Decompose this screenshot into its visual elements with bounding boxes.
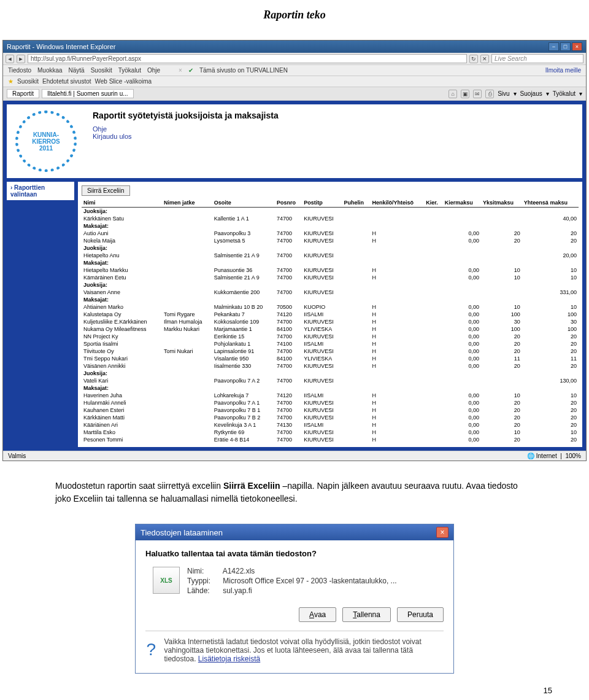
forward-icon[interactable]: ► bbox=[17, 55, 25, 63]
table-cell: 20 bbox=[522, 237, 579, 244]
star-icon[interactable]: ★ bbox=[8, 78, 13, 85]
table-cell: KIURUVESI bbox=[302, 333, 342, 340]
sidebar: › Raporttien valintaan bbox=[7, 182, 74, 447]
risk-link[interactable]: Lisätietoja riskeistä bbox=[198, 655, 260, 663]
cancel-button[interactable]: Peruuta bbox=[397, 607, 444, 622]
open-button[interactable]: Avaa bbox=[299, 607, 336, 622]
table-cell: Nokela Maija bbox=[82, 237, 162, 244]
table-cell: 40,00 bbox=[522, 215, 579, 222]
column-header: Yhteensä maksu bbox=[522, 198, 579, 208]
table-cell bbox=[424, 406, 442, 414]
search-input[interactable]: Live Search bbox=[491, 54, 583, 63]
menu-bar: Tiedosto Muokkaa Näytä Suosikit Työkalut… bbox=[3, 65, 586, 76]
tab-raportit[interactable]: Raportit bbox=[7, 89, 39, 98]
table-cell: KIURUVESI bbox=[302, 318, 342, 325]
close-button[interactable]: × bbox=[572, 42, 582, 51]
table-cell bbox=[342, 325, 370, 333]
minimize-button[interactable]: − bbox=[549, 42, 559, 51]
fav-webslice[interactable]: Web Slice -valikoima bbox=[95, 78, 152, 85]
table-cell: H bbox=[370, 414, 424, 421]
tools-menu[interactable]: Työkalut bbox=[553, 90, 576, 97]
export-excel-button[interactable]: Siirrä Exceliin bbox=[82, 185, 130, 196]
table-cell bbox=[342, 311, 370, 318]
table-cell: Kallentie 1 A 1 bbox=[212, 215, 275, 222]
table-row: Hietapelto AnuSalmisentie 21 A 974700KIU… bbox=[82, 252, 579, 259]
table-row: Vaisanen AnneKukkomäentie 20074700KIURUV… bbox=[82, 289, 579, 296]
table-cell bbox=[424, 348, 442, 355]
logout-link[interactable]: Kirjaudu ulos bbox=[93, 133, 279, 140]
table-cell: H bbox=[370, 333, 424, 340]
mail-icon[interactable]: ✉ bbox=[473, 90, 482, 98]
table-cell bbox=[424, 318, 442, 325]
table-cell: 20 bbox=[481, 421, 522, 429]
table-cell: 0,00 bbox=[443, 237, 481, 244]
menu-favorites[interactable]: Suosikit bbox=[91, 67, 112, 74]
table-cell: Paavonpolku 7 A 2 bbox=[212, 377, 275, 384]
report-link[interactable]: Ilmoita meille bbox=[545, 67, 581, 74]
table-cell: 20 bbox=[481, 237, 522, 244]
back-icon[interactable]: ◄ bbox=[6, 55, 14, 63]
menu-tools[interactable]: Työkalut bbox=[118, 67, 141, 74]
refresh-icon[interactable]: ↻ bbox=[469, 55, 478, 63]
table-cell: 11 bbox=[522, 355, 579, 362]
table-cell: KIURUVESI bbox=[302, 406, 342, 414]
table-cell: YLIVIESKA bbox=[302, 325, 342, 333]
table-cell bbox=[424, 362, 442, 370]
print-icon[interactable]: ⎙ bbox=[485, 90, 494, 98]
table-cell: 0,00 bbox=[443, 414, 481, 421]
safety-menu[interactable]: Suojaus bbox=[520, 90, 542, 97]
table-cell: Paavonpolku 7 A 1 bbox=[212, 399, 275, 406]
table-cell: 20 bbox=[522, 421, 579, 429]
table-cell: Salmisentie 21 A 9 bbox=[212, 252, 275, 259]
label-name: Nimi: bbox=[187, 567, 221, 575]
table-cell bbox=[162, 303, 212, 311]
table-cell bbox=[342, 421, 370, 429]
dialog-close-button[interactable]: × bbox=[436, 527, 448, 538]
save-button[interactable]: Tallenna bbox=[342, 607, 391, 622]
table-cell: 74120 bbox=[275, 311, 302, 318]
table-row: Sportia IisalmiPohjolankatu 174100IISALM… bbox=[82, 340, 579, 348]
table-cell bbox=[342, 429, 370, 436]
table-cell: 74700 bbox=[275, 333, 302, 340]
zoom-text[interactable]: 100% bbox=[565, 453, 581, 459]
table-cell bbox=[342, 392, 370, 399]
table-cell: Eerikintie 15 bbox=[212, 333, 275, 340]
table-row: Maksajat: bbox=[82, 384, 579, 392]
sidebar-link-reports[interactable]: › Raporttien valintaan bbox=[7, 182, 74, 200]
table-cell: Kevelinkuja 3 A 1 bbox=[212, 421, 275, 429]
table-cell: 74700 bbox=[275, 266, 302, 274]
table-row: Juoksija: bbox=[82, 244, 579, 252]
fav-suggested[interactable]: Ehdotetut sivustot bbox=[42, 78, 91, 85]
table-cell: 0,00 bbox=[443, 348, 481, 355]
address-bar[interactable]: http://sul.yap.fi/RunnerPayerReport.aspx bbox=[28, 54, 467, 63]
menu-view[interactable]: Näytä bbox=[69, 67, 85, 74]
table-cell: 0,00 bbox=[443, 325, 481, 333]
table-cell bbox=[424, 429, 442, 436]
menu-help[interactable]: Ohje bbox=[147, 67, 160, 74]
help-link[interactable]: Ohje bbox=[93, 125, 279, 133]
table-row: NN Project KyEerikintie 1574700KIURUVESI… bbox=[82, 333, 579, 340]
table-cell bbox=[342, 266, 370, 274]
table-cell: Marjamaantie 1 bbox=[212, 325, 275, 333]
menu-edit[interactable]: Muokkaa bbox=[37, 67, 63, 74]
column-header: Osoite bbox=[212, 198, 275, 208]
table-cell bbox=[342, 414, 370, 421]
table-cell: Kokkosalontie 109 bbox=[212, 318, 275, 325]
table-cell bbox=[162, 266, 212, 274]
menu-file[interactable]: Tiedosto bbox=[8, 67, 31, 74]
table-cell: H bbox=[370, 274, 424, 281]
table-cell bbox=[162, 215, 212, 222]
table-cell: 74700 bbox=[275, 274, 302, 281]
page-menu[interactable]: Sivu bbox=[498, 90, 509, 97]
dialog-title: Tiedostojen lataaminen bbox=[141, 528, 223, 537]
feed-icon[interactable]: ▣ bbox=[461, 90, 469, 98]
maximize-button[interactable]: □ bbox=[560, 42, 571, 51]
table-cell bbox=[342, 399, 370, 406]
stop-icon[interactable]: ✕ bbox=[480, 55, 489, 63]
table-cell: Väisänen Annikki bbox=[82, 362, 162, 370]
page-number: 15 bbox=[37, 686, 552, 695]
window-title: Raportit - Windows Internet Explorer bbox=[7, 43, 115, 50]
tab-iltalehti[interactable]: Iltalehti.fi | Suomen suurin u... bbox=[42, 89, 134, 98]
favorites-label[interactable]: Suosikit bbox=[17, 78, 39, 85]
home-icon[interactable]: ⌂ bbox=[448, 90, 457, 98]
